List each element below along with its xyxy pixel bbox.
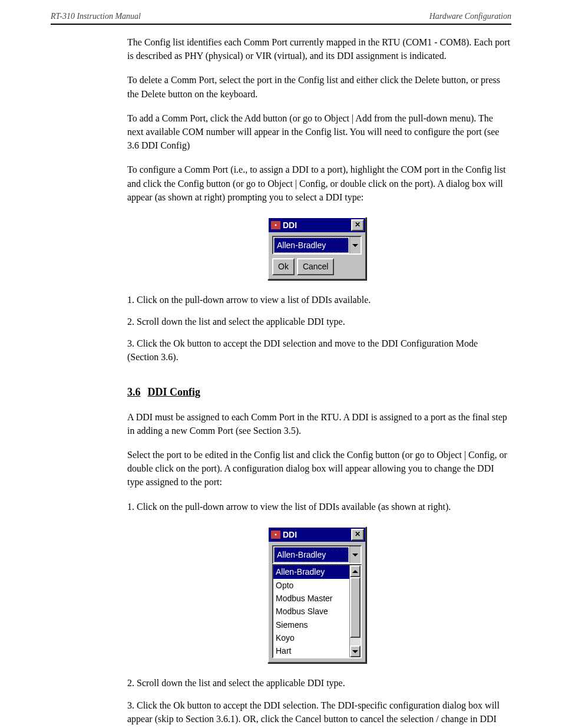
step-35-1: 1. Click on the pull-down arrow to view … bbox=[127, 293, 511, 307]
dialog-titlebar: ▪ DDI ✕ bbox=[269, 218, 365, 232]
ddi-dialog-collapsed: ▪ DDI ✕ Allen-Bradley Ok Cancel bbox=[267, 217, 366, 280]
app-icon: ▪ bbox=[271, 221, 280, 229]
chevron-down-icon-2[interactable] bbox=[349, 546, 361, 563]
ok-button[interactable]: Ok bbox=[272, 258, 295, 275]
app-icon-2: ▪ bbox=[271, 531, 280, 539]
header-left: RT-310 Instruction Manual bbox=[51, 12, 141, 21]
ddi-combo[interactable]: Allen-Bradley bbox=[272, 236, 362, 255]
step-35-3: 3. Click the Ok button to accept the DDI… bbox=[127, 337, 511, 364]
ddi-combo-2[interactable]: Allen-Bradley bbox=[272, 545, 362, 564]
dropdown-scrollbar[interactable] bbox=[349, 565, 361, 657]
option-koyo[interactable]: Koyo bbox=[273, 631, 349, 644]
ddi-dropdown-list[interactable]: Allen-Bradley Opto Modbus Master Modbus … bbox=[272, 564, 362, 658]
option-modbus-master[interactable]: Modbus Master bbox=[273, 592, 349, 605]
scroll-up-icon[interactable] bbox=[350, 565, 361, 577]
combo-value-2: Allen-Bradley bbox=[274, 547, 349, 562]
section-3-6-heading: 3.6DDI Config bbox=[127, 384, 511, 400]
step-35-2: 2. Scroll down the list and select the a… bbox=[127, 315, 511, 328]
para-35-2: To delete a Comm Port, select the port i… bbox=[127, 73, 511, 100]
para-35-4: To configure a Comm Port (i.e., to assig… bbox=[127, 163, 511, 204]
close-button[interactable]: ✕ bbox=[351, 219, 364, 231]
dialog-title-2: DDI bbox=[283, 529, 351, 541]
combo-value: Allen-Bradley bbox=[274, 238, 349, 253]
option-hart[interactable]: Hart bbox=[273, 644, 349, 657]
dialog-title: DDI bbox=[283, 219, 351, 231]
para-36-2: Select the port to be edited in the Conf… bbox=[127, 448, 511, 489]
para-36-1: A DDI must be assigned to each Comm Port… bbox=[127, 410, 511, 437]
chevron-down-icon[interactable] bbox=[349, 237, 361, 253]
option-modbus-slave[interactable]: Modbus Slave bbox=[273, 605, 349, 618]
step-36-2: 2. Scroll down the list and select the a… bbox=[127, 676, 511, 690]
cancel-button[interactable]: Cancel bbox=[297, 258, 335, 275]
step-36-3: 3. Click the Ok button to accept the DDI… bbox=[127, 699, 511, 728]
scroll-thumb[interactable] bbox=[350, 577, 361, 638]
option-siemens[interactable]: Siemens bbox=[273, 618, 349, 631]
para-35-1: The Config list identifies each Comm Por… bbox=[127, 35, 511, 62]
ddi-dialog-expanded: ▪ DDI ✕ Allen-Bradley Allen-Bradley Opto… bbox=[267, 526, 366, 664]
option-opto[interactable]: Opto bbox=[273, 579, 349, 592]
header-right: Hardware Configuration bbox=[429, 12, 511, 21]
dialog-titlebar-2: ▪ DDI ✕ bbox=[269, 528, 365, 542]
scroll-down-icon[interactable] bbox=[350, 645, 361, 657]
close-button-2[interactable]: ✕ bbox=[351, 529, 364, 541]
option-allen-bradley[interactable]: Allen-Bradley bbox=[273, 565, 349, 578]
para-35-3: To add a Comm Port, click the Add button… bbox=[127, 111, 511, 153]
step-36-1: 1. Click on the pull-down arrow to view … bbox=[127, 500, 511, 513]
header-rule bbox=[51, 24, 511, 25]
